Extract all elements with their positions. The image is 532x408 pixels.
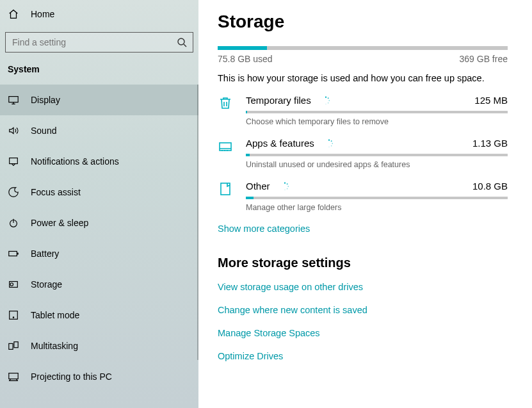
sidebar-item-display[interactable]: Display	[0, 85, 198, 115]
category-title: Apps & features	[246, 138, 334, 149]
projecting-icon	[8, 371, 19, 382]
svg-point-13	[327, 97, 328, 99]
svg-point-12	[325, 96, 326, 97]
svg-rect-17	[220, 143, 231, 151]
sidebar-item-multitasking[interactable]: Multitasking	[0, 330, 198, 361]
sidebar-item-label: Power & sleep	[31, 218, 88, 228]
svg-point-22	[328, 146, 329, 147]
storage-bar	[218, 46, 508, 50]
sidebar-item-focus[interactable]: Focus assist	[0, 177, 198, 208]
storage-link-0[interactable]: View storage usage on other drives	[218, 282, 508, 292]
loading-spinner-icon	[325, 139, 334, 148]
home-label: Home	[31, 9, 54, 19]
svg-point-27	[286, 188, 287, 188]
sidebar-item-label: Storage	[31, 279, 62, 290]
sidebar-item-label: Multitasking	[31, 341, 78, 351]
svg-rect-23	[221, 183, 230, 195]
svg-rect-10	[14, 342, 18, 348]
power-icon	[8, 217, 19, 229]
home-icon	[8, 8, 19, 20]
svg-rect-9	[9, 343, 13, 349]
sidebar-item-power[interactable]: Power & sleep	[0, 208, 198, 238]
storage-bar-labels: 75.8 GB used 369 GB free	[218, 54, 508, 64]
svg-point-20	[332, 143, 333, 144]
sidebar-item-label: Tablet mode	[31, 310, 79, 320]
sound-icon	[8, 125, 19, 136]
category-bar	[246, 111, 508, 113]
free-label: 369 GB free	[460, 54, 508, 64]
multitasking-icon	[8, 340, 19, 352]
svg-point-0	[178, 38, 184, 45]
search-wrap	[5, 32, 193, 53]
loading-spinner-icon	[321, 96, 330, 105]
sidebar: Home System Display Sound Notifications …	[0, 0, 198, 408]
show-more-categories-link[interactable]: Show more categories	[218, 224, 508, 234]
loading-spinner-icon	[280, 182, 289, 191]
category-bar-fill	[246, 111, 247, 113]
svg-point-18	[328, 139, 330, 140]
svg-point-14	[328, 100, 330, 101]
sidebar-item-label: Sound	[31, 126, 56, 136]
storage-link-1[interactable]: Change where new content is saved	[218, 305, 508, 315]
category-bar	[246, 154, 508, 156]
storage-icon	[8, 279, 19, 290]
svg-rect-4	[9, 251, 17, 256]
svg-point-28	[284, 189, 285, 190]
svg-point-19	[330, 140, 332, 142]
svg-point-15	[328, 102, 328, 102]
sidebar-item-storage[interactable]: Storage	[0, 269, 198, 300]
svg-point-21	[331, 145, 332, 145]
used-label: 75.8 GB used	[218, 54, 273, 64]
svg-point-16	[325, 103, 326, 104]
apps-icon	[218, 138, 234, 169]
sidebar-item-sound[interactable]: Sound	[0, 115, 198, 146]
home-button[interactable]: Home	[0, 0, 198, 28]
section-title: System	[0, 61, 198, 85]
intro-text: This is how your storage is used and how…	[218, 73, 508, 83]
battery-icon	[8, 248, 19, 259]
category-other[interactable]: Other 10.8 GB Manage other large folders	[218, 181, 508, 212]
sidebar-item-label: Projecting to this PC	[31, 371, 112, 382]
notifications-icon	[8, 156, 19, 167]
other-icon	[218, 181, 234, 212]
tablet-icon	[8, 309, 19, 321]
svg-point-8	[13, 317, 13, 318]
sidebar-item-label: Display	[31, 95, 60, 105]
sidebar-item-label: Battery	[31, 249, 59, 259]
search-input[interactable]	[5, 32, 193, 53]
category-bar-fill	[246, 154, 250, 156]
sidebar-item-battery[interactable]: Battery	[0, 238, 198, 269]
category-size: 125 MB	[474, 95, 508, 106]
category-title: Temporary files	[246, 95, 330, 106]
sidebar-item-label: Focus assist	[31, 187, 81, 197]
svg-point-25	[286, 183, 287, 184]
trash-icon	[218, 95, 234, 126]
nav-list: Display Sound Notifications & actions Fo…	[0, 85, 198, 392]
svg-rect-1	[9, 97, 18, 102]
sidebar-item-label: Notifications & actions	[31, 156, 119, 167]
sidebar-item-projecting[interactable]: Projecting to this PC	[0, 361, 198, 392]
more-storage-heading: More storage settings	[218, 256, 508, 270]
category-desc: Choose which temporary files to remove	[246, 117, 508, 126]
category-trash[interactable]: Temporary files 125 MB Choose which temp…	[218, 95, 508, 126]
main-panel: Storage 75.8 GB used 369 GB free This is…	[198, 0, 532, 408]
sidebar-item-tablet[interactable]: Tablet mode	[0, 300, 198, 330]
category-bar	[246, 197, 508, 199]
search-icon	[177, 37, 187, 47]
sidebar-item-notifications[interactable]: Notifications & actions	[0, 146, 198, 177]
focus-icon	[8, 186, 19, 198]
category-apps[interactable]: Apps & features 1.13 GB Uninstall unused…	[218, 138, 508, 169]
svg-point-26	[287, 186, 289, 187]
category-bar-fill	[246, 197, 254, 199]
storage-bar-fill	[218, 46, 267, 50]
category-size: 10.8 GB	[472, 181, 508, 192]
svg-rect-2	[10, 158, 18, 164]
storage-link-3[interactable]: Optimize Drives	[218, 351, 508, 361]
display-icon	[8, 94, 19, 106]
storage-link-2[interactable]: Manage Storage Spaces	[218, 328, 508, 338]
category-title: Other	[246, 181, 289, 192]
svg-point-6	[10, 283, 13, 286]
svg-point-24	[284, 182, 285, 183]
svg-rect-11	[9, 373, 18, 379]
page-title: Storage	[218, 12, 508, 32]
